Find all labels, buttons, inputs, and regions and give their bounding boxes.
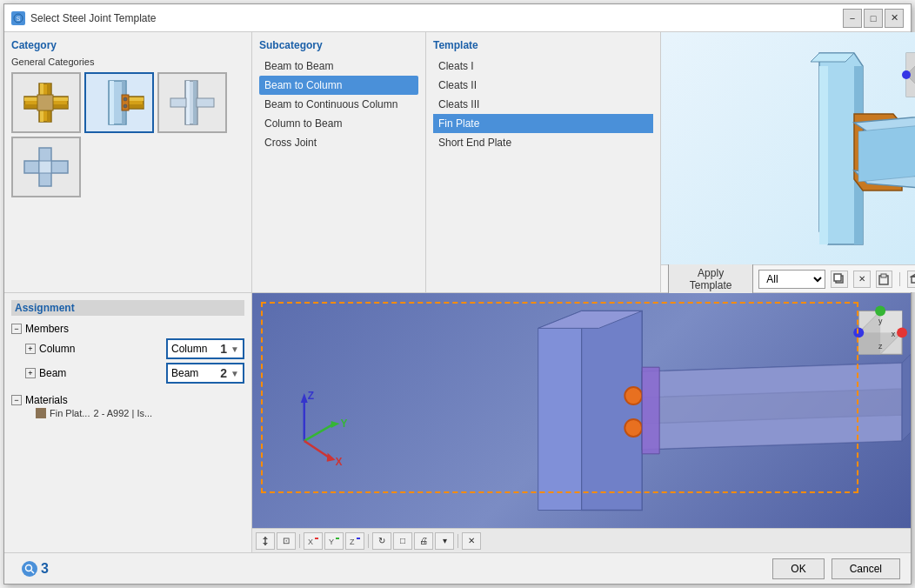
template-item-short-end-plate[interactable]: Short End Plate bbox=[433, 133, 653, 152]
subcategory-header: Subcategory bbox=[259, 39, 418, 51]
vp-x-axis-button[interactable]: X bbox=[304, 532, 323, 550]
svg-point-97 bbox=[26, 565, 32, 571]
vp-print-button[interactable]: 🖨 bbox=[414, 532, 433, 550]
svg-point-66 bbox=[624, 387, 642, 404]
category-icon-1[interactable] bbox=[11, 72, 81, 133]
members-expand[interactable]: − bbox=[11, 324, 22, 334]
cancel-button[interactable]: Cancel bbox=[832, 558, 900, 579]
category-icon-3[interactable] bbox=[157, 72, 227, 133]
window-controls: − □ ✕ bbox=[843, 9, 904, 28]
category-icon-2[interactable] bbox=[84, 72, 154, 133]
svg-marker-90 bbox=[263, 543, 268, 545]
beam-dropdown[interactable]: Beam 2 ▼ bbox=[166, 363, 244, 384]
vp-orient-button[interactable] bbox=[256, 532, 275, 550]
copy-icon-button[interactable] bbox=[831, 271, 848, 288]
svg-line-75 bbox=[304, 441, 331, 458]
vp-more-button[interactable]: ▾ bbox=[435, 532, 454, 550]
vp-window-button[interactable]: □ bbox=[393, 532, 412, 550]
result-count: 3 bbox=[41, 561, 59, 577]
svg-point-87 bbox=[853, 327, 864, 337]
vp-sep3 bbox=[458, 534, 458, 548]
apply-template-button[interactable]: Apply Template bbox=[668, 264, 753, 295]
svg-marker-89 bbox=[263, 537, 268, 539]
subcategory-item-cross-joint[interactable]: Cross Joint bbox=[259, 133, 418, 152]
category-header: Category bbox=[11, 39, 244, 51]
dialog-bottom: 3 OK Cancel bbox=[4, 552, 911, 584]
template-item-fin-plate[interactable]: Fin Plate bbox=[433, 114, 653, 133]
members-tree-item: − Members bbox=[11, 321, 244, 337]
template-item-cleats-i[interactable]: Cleats I bbox=[433, 57, 653, 76]
svg-text:X: X bbox=[336, 456, 343, 468]
svg-marker-70 bbox=[301, 393, 308, 403]
svg-rect-48 bbox=[834, 274, 841, 281]
svg-marker-60 bbox=[538, 311, 582, 510]
dialog: S Select Steel Joint Template − □ ✕ Cate… bbox=[3, 3, 912, 585]
vp-toggle-button[interactable]: ⊡ bbox=[277, 532, 296, 550]
column-label: Column bbox=[39, 343, 163, 355]
vp-rotate-button[interactable]: ↻ bbox=[372, 532, 391, 550]
svg-point-16 bbox=[124, 97, 127, 101]
svg-text:z: z bbox=[878, 342, 883, 351]
template-panel: Template Cleats I Cleats II Cleats III F… bbox=[426, 32, 661, 292]
general-label: General Categories bbox=[11, 57, 244, 67]
members-label: Members bbox=[25, 323, 69, 335]
column-tree-item: + Column Column 1 ▼ bbox=[25, 337, 244, 361]
beam-dropdown-num: 2 bbox=[220, 366, 227, 380]
subcategory-item-beam-to-continuous-column[interactable]: Beam to Continuous Column bbox=[259, 95, 418, 114]
subcategory-item-beam-to-beam[interactable]: Beam to Beam bbox=[259, 57, 418, 76]
svg-marker-64 bbox=[642, 363, 902, 450]
subcategory-item-beam-to-column[interactable]: Beam to Column bbox=[259, 76, 418, 95]
close-button[interactable]: ✕ bbox=[885, 9, 904, 28]
svg-point-46 bbox=[902, 70, 911, 79]
column-dropdown-num: 1 bbox=[220, 342, 227, 356]
materials-expand[interactable]: − bbox=[11, 395, 22, 405]
column-expand[interactable]: + bbox=[25, 344, 36, 354]
beam-expand[interactable]: + bbox=[25, 368, 36, 378]
svg-marker-76 bbox=[327, 453, 336, 462]
category-panel: Category General Categories bbox=[4, 32, 252, 292]
column-dropdown[interactable]: Column 1 ▼ bbox=[166, 338, 244, 359]
template-item-cleats-iii[interactable]: Cleats III bbox=[433, 95, 653, 114]
apply-bar: Apply Template All Selected ✕ bbox=[661, 264, 915, 292]
svg-marker-59 bbox=[582, 311, 643, 510]
svg-rect-21 bbox=[170, 98, 186, 107]
svg-rect-25 bbox=[39, 161, 51, 173]
subcategory-item-column-to-beam[interactable]: Column to Beam bbox=[259, 114, 418, 133]
ok-button[interactable]: OK bbox=[772, 558, 824, 579]
materials-section: − Materials Fin Plat... 2 - A992 | Is... bbox=[11, 392, 244, 418]
paste-icon-button[interactable] bbox=[876, 271, 893, 288]
toolbar-separator bbox=[899, 272, 900, 286]
svg-point-86 bbox=[875, 305, 885, 316]
svg-text:Z: Z bbox=[350, 538, 355, 546]
dialog-title: Select Steel Joint Template bbox=[30, 12, 157, 24]
materials-tree-item: − Materials bbox=[11, 392, 244, 408]
svg-rect-15 bbox=[122, 95, 129, 110]
minimize-button[interactable]: − bbox=[843, 9, 862, 28]
subcategory-list: Beam to Beam Beam to Column Beam to Cont… bbox=[259, 57, 418, 152]
svg-rect-51 bbox=[912, 277, 915, 283]
svg-rect-20 bbox=[193, 81, 197, 124]
svg-rect-28 bbox=[819, 66, 828, 244]
svg-line-98 bbox=[31, 571, 34, 573]
view-iso-button[interactable] bbox=[907, 271, 915, 288]
template-list: Cleats I Cleats II Cleats III Fin Plate … bbox=[433, 57, 653, 152]
x-icon-button[interactable]: ✕ bbox=[853, 271, 871, 288]
category-icon-4[interactable] bbox=[11, 137, 81, 197]
maximize-button[interactable]: □ bbox=[864, 9, 883, 28]
svg-text:Y: Y bbox=[341, 418, 348, 430]
title-bar: S Select Steel Joint Template − □ ✕ bbox=[4, 4, 911, 32]
vp-sep1 bbox=[299, 534, 300, 548]
svg-rect-22 bbox=[197, 98, 214, 107]
vp-y-axis-button[interactable]: Y bbox=[324, 532, 344, 550]
vp-z-axis-button[interactable]: Z bbox=[345, 532, 364, 550]
assignment-header: Assignment bbox=[11, 300, 244, 316]
materials-label: Materials bbox=[25, 394, 68, 406]
preview-panel-top: y x z Apply Template All Selected bbox=[661, 32, 915, 292]
apply-filter-dropdown[interactable]: All Selected bbox=[758, 270, 825, 289]
fin-plate-material: 2 - A992 | Is... bbox=[93, 408, 152, 418]
svg-text:y: y bbox=[878, 317, 883, 325]
svg-point-17 bbox=[124, 104, 127, 108]
vp-close-button[interactable]: ✕ bbox=[462, 532, 481, 550]
template-item-cleats-ii[interactable]: Cleats II bbox=[433, 76, 653, 95]
svg-rect-50 bbox=[881, 274, 886, 277]
